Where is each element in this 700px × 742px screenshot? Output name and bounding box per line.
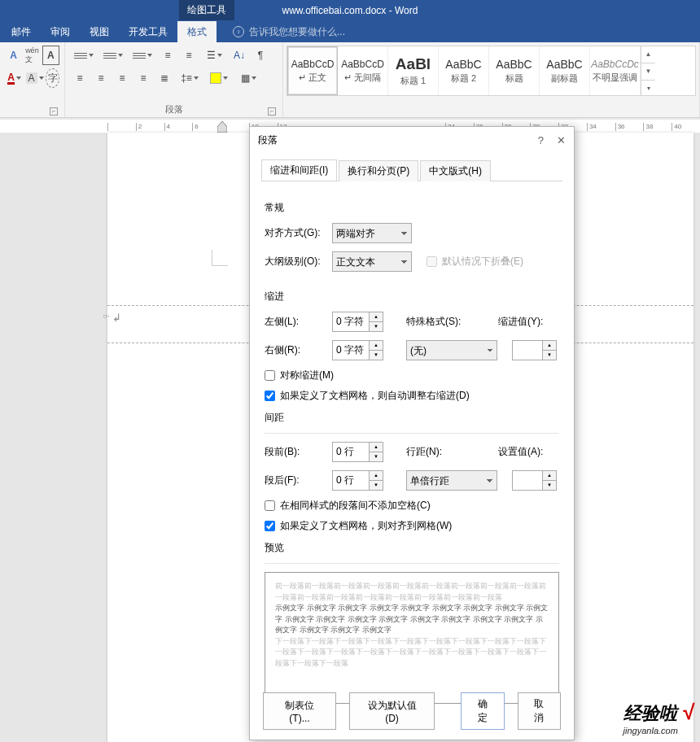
text-direction-button[interactable]: ☰ bbox=[200, 46, 228, 65]
spin-up-icon[interactable]: ▲ bbox=[543, 470, 557, 480]
tab-mail[interactable]: 邮件 bbox=[2, 21, 41, 42]
spin-down-icon[interactable]: ▼ bbox=[543, 480, 557, 491]
ruler-tick: 38 bbox=[643, 123, 672, 131]
tabs-button[interactable]: 制表位(T)... bbox=[263, 692, 336, 730]
styles-scroll-down[interactable]: ▼ bbox=[641, 63, 655, 81]
spin-down-icon[interactable]: ▼ bbox=[370, 480, 383, 491]
dialog-tabs: 缩进和间距(I) 换行和分页(P) 中文版式(H) bbox=[250, 153, 574, 181]
spacing-at-spinner[interactable]: ▲▼ bbox=[512, 470, 557, 491]
style-title[interactable]: AaBbC 标题 bbox=[489, 46, 540, 95]
borders-button[interactable]: ▦ bbox=[234, 68, 262, 88]
spin-down-icon[interactable]: ▼ bbox=[370, 452, 383, 462]
left-indent-label: 左侧(L): bbox=[265, 315, 326, 329]
align-right-button[interactable]: ≡ bbox=[112, 68, 132, 88]
tab-view[interactable]: 视图 bbox=[80, 21, 119, 42]
space-after-input[interactable] bbox=[332, 470, 370, 491]
shading-color-icon bbox=[210, 72, 221, 84]
line-spacing-button[interactable]: ‡≡ bbox=[176, 68, 203, 88]
space-after-spinner[interactable]: ▲▼ bbox=[332, 470, 383, 491]
style-no-spacing[interactable]: AaBbCcD ↵ 无间隔 bbox=[338, 46, 388, 95]
paragraph-expand-icon[interactable]: ⌐ bbox=[268, 107, 276, 116]
close-button[interactable]: ✕ bbox=[557, 134, 566, 146]
increase-indent-button[interactable]: ≡ bbox=[179, 46, 199, 65]
auto-adjust-indent-checkbox[interactable] bbox=[265, 391, 275, 401]
font-group-label: ⌐ bbox=[5, 104, 59, 117]
spin-up-icon[interactable]: ▲ bbox=[543, 340, 557, 350]
dialog-body: 常规 对齐方式(G): 两端对齐 大纲级别(O): 正文文本 默认情况下折叠(E… bbox=[250, 181, 574, 715]
ruler-tick: 34 bbox=[587, 123, 615, 131]
snap-to-grid-checkbox[interactable] bbox=[265, 521, 275, 531]
indent-marker-icon[interactable] bbox=[217, 121, 227, 133]
alignment-select[interactable]: 两端对齐 bbox=[332, 223, 412, 243]
left-indent-spinner[interactable]: ▲▼ bbox=[332, 312, 383, 332]
spin-up-icon[interactable]: ▲ bbox=[370, 442, 383, 452]
tab-dev-tools[interactable]: 开发工具 bbox=[119, 21, 177, 42]
spin-up-icon[interactable]: ▲ bbox=[370, 312, 383, 321]
phonetic-button[interactable]: wén文 bbox=[24, 46, 41, 65]
align-center-button[interactable]: ≡ bbox=[91, 68, 111, 88]
align-left-button[interactable]: ≡ bbox=[70, 68, 90, 88]
spacing-at-input[interactable] bbox=[512, 470, 543, 491]
space-before-spinner[interactable]: ▲▼ bbox=[332, 442, 383, 462]
spin-up-icon[interactable]: ▲ bbox=[370, 340, 383, 350]
mirror-indent-checkbox[interactable] bbox=[265, 370, 275, 381]
char-shading-button[interactable]: A bbox=[25, 68, 44, 88]
left-indent-input[interactable] bbox=[332, 312, 370, 332]
preview-box: 前一段落前一段落前一段落前一段落前一段落前一段落前一段落前一段落前一段落前一段落… bbox=[265, 572, 559, 704]
right-indent-label: 右侧(R): bbox=[265, 343, 326, 357]
spin-down-icon[interactable]: ▼ bbox=[370, 350, 383, 360]
right-indent-spinner[interactable]: ▲▼ bbox=[332, 340, 383, 360]
font-color-button[interactable]: A bbox=[5, 68, 24, 88]
special-indent-select[interactable]: (无) bbox=[406, 340, 497, 360]
style-preview: AaBbC bbox=[445, 58, 481, 71]
style-heading2[interactable]: AaBbC 标题 2 bbox=[439, 46, 489, 95]
no-space-same-style-checkbox[interactable] bbox=[265, 500, 275, 511]
spin-down-icon[interactable]: ▼ bbox=[543, 350, 557, 360]
tab-review[interactable]: 审阅 bbox=[41, 21, 80, 42]
spin-down-icon[interactable]: ▼ bbox=[370, 321, 383, 332]
style-subtitle[interactable]: AaBbC 副标题 bbox=[540, 46, 590, 95]
indent-by-input[interactable] bbox=[512, 340, 543, 360]
numbering-button[interactable] bbox=[99, 46, 127, 65]
distribute-button[interactable]: ≣ bbox=[155, 68, 174, 88]
outline-level-select[interactable]: 正文文本 bbox=[332, 251, 412, 272]
char-border-button[interactable]: A bbox=[42, 46, 59, 65]
indent-by-spinner[interactable]: ▲▼ bbox=[512, 340, 557, 360]
cancel-button[interactable]: 取消 bbox=[518, 692, 561, 730]
line-spacing-select[interactable]: 单倍行距 bbox=[406, 470, 497, 491]
decrease-indent-button[interactable]: ≡ bbox=[158, 46, 177, 65]
help-button[interactable]: ? bbox=[538, 134, 544, 146]
tell-me-search[interactable]: ♀ 告诉我您想要做什么... bbox=[233, 25, 345, 39]
tab-format[interactable]: 格式 bbox=[177, 21, 217, 42]
ruler-tick: 6 bbox=[192, 123, 221, 131]
style-subtle-emphasis[interactable]: AaBbCcDc 不明显强调 bbox=[590, 46, 641, 95]
tab-line-page-breaks[interactable]: 换行和分页(P) bbox=[339, 160, 418, 181]
dialog-buttons: 制表位(T)... 设为默认值(D) 确定 取消 bbox=[263, 692, 561, 730]
ok-button[interactable]: 确定 bbox=[461, 692, 504, 730]
checkmark-icon: √ bbox=[682, 700, 693, 724]
space-before-input[interactable] bbox=[332, 442, 370, 462]
style-name: 标题 bbox=[505, 72, 523, 85]
bullets-button[interactable] bbox=[70, 46, 98, 65]
styles-scroll-up[interactable]: ▲ bbox=[641, 46, 655, 63]
spin-up-icon[interactable]: ▲ bbox=[370, 470, 383, 480]
text-effects-button[interactable]: A bbox=[5, 46, 22, 65]
style-normal[interactable]: AaBbCcD ↵ 正文 bbox=[287, 46, 338, 95]
show-marks-button[interactable]: ¶ bbox=[251, 46, 270, 65]
tab-indents-spacing[interactable]: 缩进和间距(I) bbox=[261, 159, 337, 181]
set-default-button[interactable]: 设为默认值(D) bbox=[349, 692, 435, 730]
margin-mark-icon bbox=[212, 250, 228, 266]
multilevel-list-button[interactable] bbox=[129, 46, 156, 65]
enclose-char-button[interactable]: 字 bbox=[46, 68, 59, 88]
shading-button[interactable] bbox=[205, 68, 233, 88]
tab-asian-typography[interactable]: 中文版式(H) bbox=[420, 160, 491, 181]
lightbulb-icon: ♀ bbox=[233, 26, 244, 37]
sort-button[interactable]: A↓ bbox=[230, 46, 249, 65]
justify-button[interactable]: ≡ bbox=[133, 68, 153, 88]
line-spacing-label: 行距(N): bbox=[406, 445, 467, 459]
font-expand-icon[interactable]: ⌐ bbox=[50, 107, 58, 116]
style-heading1[interactable]: AaBl 标题 1 bbox=[388, 46, 439, 95]
styles-expand[interactable]: ▾ bbox=[641, 81, 655, 96]
row-anchor-icon: ○· bbox=[103, 312, 110, 321]
right-indent-input[interactable] bbox=[332, 340, 370, 360]
